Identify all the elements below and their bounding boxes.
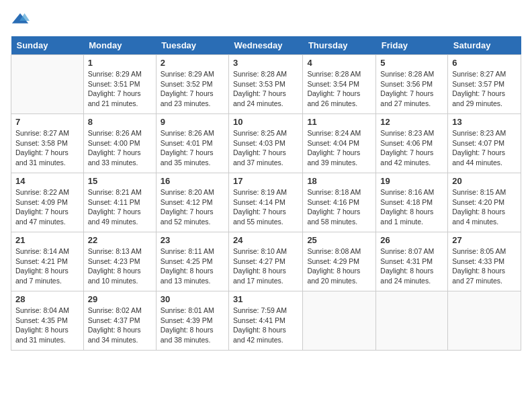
day-cell: 10Sunrise: 8:25 AMSunset: 4:03 PMDayligh…	[229, 114, 303, 173]
day-cell: 3Sunrise: 8:28 AMSunset: 3:53 PMDaylight…	[229, 55, 303, 114]
logo	[11, 11, 32, 30]
day-cell: 22Sunrise: 8:13 AMSunset: 4:23 PMDayligh…	[83, 232, 156, 291]
day-info: Sunrise: 8:26 AMSunset: 4:01 PMDaylight:…	[161, 128, 224, 168]
day-number: 3	[233, 58, 298, 68]
day-info: Sunrise: 8:15 AMSunset: 4:20 PMDaylight:…	[452, 187, 517, 227]
day-info: Sunrise: 8:18 AMSunset: 4:16 PMDaylight:…	[307, 187, 371, 227]
day-cell: 5Sunrise: 8:28 AMSunset: 3:56 PMDaylight…	[376, 55, 448, 114]
day-cell: 24Sunrise: 8:10 AMSunset: 4:27 PMDayligh…	[229, 232, 303, 291]
day-number: 17	[233, 176, 298, 186]
day-number: 4	[307, 58, 371, 68]
day-cell	[303, 291, 376, 351]
day-number: 25	[307, 235, 371, 245]
page-header	[11, 11, 521, 30]
day-cell: 26Sunrise: 8:07 AMSunset: 4:31 PMDayligh…	[376, 232, 448, 291]
day-cell: 19Sunrise: 8:16 AMSunset: 4:18 PMDayligh…	[376, 173, 448, 232]
day-cell: 6Sunrise: 8:27 AMSunset: 3:57 PMDaylight…	[448, 55, 521, 114]
day-info: Sunrise: 8:23 AMSunset: 4:06 PMDaylight:…	[380, 128, 443, 168]
day-number: 31	[233, 294, 298, 304]
day-info: Sunrise: 8:10 AMSunset: 4:27 PMDaylight:…	[233, 246, 298, 286]
day-number: 9	[161, 117, 224, 127]
day-number: 15	[88, 176, 152, 186]
day-cell	[448, 291, 521, 351]
day-info: Sunrise: 8:07 AMSunset: 4:31 PMDaylight:…	[380, 246, 443, 286]
day-info: Sunrise: 7:59 AMSunset: 4:41 PMDaylight:…	[233, 306, 298, 345]
calendar-table: SundayMondayTuesdayWednesdayThursdayFrid…	[11, 36, 521, 351]
day-cell: 13Sunrise: 8:23 AMSunset: 4:07 PMDayligh…	[448, 114, 521, 173]
day-cell: 27Sunrise: 8:05 AMSunset: 4:33 PMDayligh…	[448, 232, 521, 291]
day-info: Sunrise: 8:19 AMSunset: 4:14 PMDaylight:…	[233, 187, 298, 227]
day-info: Sunrise: 8:28 AMSunset: 3:53 PMDaylight:…	[233, 69, 298, 109]
day-cell: 9Sunrise: 8:26 AMSunset: 4:01 PMDaylight…	[156, 114, 228, 173]
day-number: 23	[161, 235, 224, 245]
day-cell: 4Sunrise: 8:28 AMSunset: 3:54 PMDaylight…	[303, 55, 376, 114]
day-cell: 14Sunrise: 8:22 AMSunset: 4:09 PMDayligh…	[11, 173, 84, 232]
week-row-2: 7Sunrise: 8:27 AMSunset: 3:58 PMDaylight…	[11, 114, 521, 173]
day-number: 6	[452, 58, 517, 68]
day-info: Sunrise: 8:25 AMSunset: 4:03 PMDaylight:…	[233, 128, 298, 168]
col-header-sunday: Sunday	[11, 36, 84, 55]
col-header-saturday: Saturday	[448, 36, 521, 55]
day-info: Sunrise: 8:26 AMSunset: 4:00 PMDaylight:…	[88, 128, 152, 168]
day-info: Sunrise: 8:24 AMSunset: 4:04 PMDaylight:…	[307, 128, 371, 168]
day-number: 19	[380, 176, 443, 186]
col-header-friday: Friday	[376, 36, 448, 55]
day-info: Sunrise: 8:29 AMSunset: 3:52 PMDaylight:…	[161, 69, 224, 109]
day-info: Sunrise: 8:21 AMSunset: 4:11 PMDaylight:…	[88, 187, 152, 227]
day-number: 7	[15, 117, 79, 127]
day-cell: 23Sunrise: 8:11 AMSunset: 4:25 PMDayligh…	[156, 232, 228, 291]
day-cell: 8Sunrise: 8:26 AMSunset: 4:00 PMDaylight…	[83, 114, 156, 173]
day-info: Sunrise: 8:05 AMSunset: 4:33 PMDaylight:…	[452, 246, 517, 286]
day-info: Sunrise: 8:16 AMSunset: 4:18 PMDaylight:…	[380, 187, 443, 227]
day-info: Sunrise: 8:11 AMSunset: 4:25 PMDaylight:…	[161, 246, 224, 286]
day-cell: 16Sunrise: 8:20 AMSunset: 4:12 PMDayligh…	[156, 173, 228, 232]
day-info: Sunrise: 8:14 AMSunset: 4:21 PMDaylight:…	[15, 246, 79, 286]
day-number: 28	[15, 294, 79, 304]
day-number: 2	[161, 58, 224, 68]
col-header-tuesday: Tuesday	[156, 36, 228, 55]
day-cell: 17Sunrise: 8:19 AMSunset: 4:14 PMDayligh…	[229, 173, 303, 232]
day-number: 16	[161, 176, 224, 186]
day-info: Sunrise: 8:23 AMSunset: 4:07 PMDaylight:…	[452, 128, 517, 168]
day-info: Sunrise: 8:08 AMSunset: 4:29 PMDaylight:…	[307, 246, 371, 286]
day-number: 1	[88, 58, 152, 68]
week-row-1: 1Sunrise: 8:29 AMSunset: 3:51 PMDaylight…	[11, 55, 521, 114]
day-number: 30	[161, 294, 224, 304]
col-header-wednesday: Wednesday	[229, 36, 303, 55]
day-info: Sunrise: 8:02 AMSunset: 4:37 PMDaylight:…	[88, 306, 152, 345]
day-number: 14	[15, 176, 79, 186]
col-header-monday: Monday	[83, 36, 156, 55]
col-header-thursday: Thursday	[303, 36, 376, 55]
day-cell: 29Sunrise: 8:02 AMSunset: 4:37 PMDayligh…	[83, 291, 156, 351]
day-cell: 31Sunrise: 7:59 AMSunset: 4:41 PMDayligh…	[229, 291, 303, 351]
day-cell: 1Sunrise: 8:29 AMSunset: 3:51 PMDaylight…	[83, 55, 156, 114]
day-cell: 18Sunrise: 8:18 AMSunset: 4:16 PMDayligh…	[303, 173, 376, 232]
day-info: Sunrise: 8:28 AMSunset: 3:54 PMDaylight:…	[307, 69, 371, 109]
day-number: 11	[307, 117, 371, 127]
day-number: 24	[233, 235, 298, 245]
day-number: 21	[15, 235, 79, 245]
day-cell: 7Sunrise: 8:27 AMSunset: 3:58 PMDaylight…	[11, 114, 84, 173]
day-number: 29	[88, 294, 152, 304]
day-number: 13	[452, 117, 517, 127]
day-number: 18	[307, 176, 371, 186]
day-number: 20	[452, 176, 517, 186]
week-row-3: 14Sunrise: 8:22 AMSunset: 4:09 PMDayligh…	[11, 173, 521, 232]
day-info: Sunrise: 8:20 AMSunset: 4:12 PMDaylight:…	[161, 187, 224, 227]
day-number: 5	[380, 58, 443, 68]
day-info: Sunrise: 8:13 AMSunset: 4:23 PMDaylight:…	[88, 246, 152, 286]
day-cell: 12Sunrise: 8:23 AMSunset: 4:06 PMDayligh…	[376, 114, 448, 173]
day-cell: 25Sunrise: 8:08 AMSunset: 4:29 PMDayligh…	[303, 232, 376, 291]
day-cell	[376, 291, 448, 351]
day-info: Sunrise: 8:29 AMSunset: 3:51 PMDaylight:…	[88, 69, 152, 109]
day-number: 26	[380, 235, 443, 245]
day-cell: 15Sunrise: 8:21 AMSunset: 4:11 PMDayligh…	[83, 173, 156, 232]
day-number: 8	[88, 117, 152, 127]
day-cell: 20Sunrise: 8:15 AMSunset: 4:20 PMDayligh…	[448, 173, 521, 232]
day-cell: 2Sunrise: 8:29 AMSunset: 3:52 PMDaylight…	[156, 55, 228, 114]
day-info: Sunrise: 8:27 AMSunset: 3:58 PMDaylight:…	[15, 128, 79, 168]
day-number: 10	[233, 117, 298, 127]
day-cell: 21Sunrise: 8:14 AMSunset: 4:21 PMDayligh…	[11, 232, 84, 291]
day-number: 22	[88, 235, 152, 245]
day-info: Sunrise: 8:04 AMSunset: 4:35 PMDaylight:…	[15, 306, 79, 345]
